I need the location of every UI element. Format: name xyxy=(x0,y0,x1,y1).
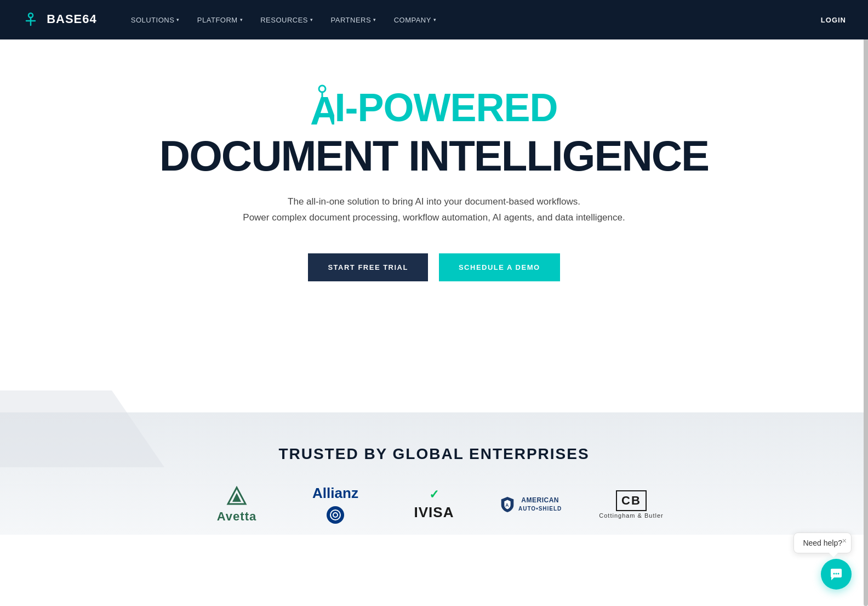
allianz-circle-icon xyxy=(329,509,341,521)
logo-icon xyxy=(22,11,39,29)
hero-buttons: START FREE TRIAL SCHEDULE A DEMO xyxy=(22,253,846,281)
person-icon: A xyxy=(310,83,334,127)
chevron-down-icon: ▾ xyxy=(373,17,376,22)
ai-text: I-POWERED xyxy=(334,86,557,129)
american-main-text: AMERICAN xyxy=(518,496,562,505)
schedule-demo-button[interactable]: SCHEDULE A DEMO xyxy=(439,253,560,281)
logo-american-autoshield: A AMERICAN AUTO•SHIELD xyxy=(500,496,566,513)
nav-item-partners[interactable]: PARTNERS ▾ xyxy=(324,12,383,29)
american-shield-icon: A xyxy=(500,496,515,513)
american-sub-text: AUTO•SHIELD xyxy=(518,505,562,512)
hero-title-ai: A I-POWERED xyxy=(22,83,846,129)
logo[interactable]: BASE64 xyxy=(22,11,97,29)
logo-name: BASE64 xyxy=(47,12,97,26)
nav-item-company[interactable]: COMPANY ▾ xyxy=(387,12,443,29)
chevron-down-icon: ▾ xyxy=(310,17,313,22)
allianz-text: Allianz xyxy=(312,485,358,502)
navigation: BASE64 SOLUTIONS ▾ PLATFORM ▾ RESOURCES … xyxy=(0,0,868,39)
svg-text:A: A xyxy=(310,89,334,127)
login-button[interactable]: LOGIN xyxy=(821,16,846,24)
ivisa-checkmark: ✓ xyxy=(429,488,439,502)
chat-tooltip: Need help? × xyxy=(793,533,852,535)
scrollbar-thumb[interactable] xyxy=(864,0,868,535)
svg-text:A: A xyxy=(505,502,509,507)
chevron-down-icon: ▾ xyxy=(433,17,437,22)
logo-ivisa: ✓ IVISA xyxy=(401,488,467,521)
american-text-group: AMERICAN AUTO•SHIELD xyxy=(518,496,562,512)
allianz-circle xyxy=(327,506,344,524)
trusted-title: TRUSTED BY GLOBAL ENTERPRISES xyxy=(22,445,846,463)
hero-section: A I-POWERED DOCUMENT INTELLIGENCE The al… xyxy=(0,39,868,412)
chat-bubble-container: Need help? × xyxy=(793,533,852,535)
chat-widget: Need help? × xyxy=(793,533,852,535)
nav-item-resources[interactable]: RESOURCES ▾ xyxy=(254,12,319,29)
trusted-section: TRUSTED BY GLOBAL ENTERPRISES Avetta All… xyxy=(0,412,868,535)
svg-point-9 xyxy=(333,513,338,517)
start-trial-button[interactable]: START FREE TRIAL xyxy=(308,253,428,281)
svg-point-8 xyxy=(330,510,340,520)
logo-cottingham-butler: CB Cottingham & Butler xyxy=(598,490,664,519)
nav-item-platform[interactable]: PLATFORM ▾ xyxy=(191,12,249,29)
avetta-text: Avetta xyxy=(217,509,256,524)
logo-avetta: Avetta xyxy=(204,485,270,524)
chevron-down-icon: ▾ xyxy=(176,17,180,22)
hero-subtitle: The all-in-one solution to bring AI into… xyxy=(242,194,626,226)
avetta-icon xyxy=(226,485,248,507)
nav-links: SOLUTIONS ▾ PLATFORM ▾ RESOURCES ▾ PARTN… xyxy=(124,12,821,29)
logo-text: BASE64 xyxy=(22,11,97,29)
ivisa-text: IVISA xyxy=(414,504,454,521)
cb-box: CB xyxy=(616,490,647,511)
nav-item-solutions[interactable]: SOLUTIONS ▾ xyxy=(124,12,186,29)
hero-title-document: DOCUMENT INTELLIGENCE xyxy=(22,134,846,179)
ai-icon-container: A xyxy=(310,83,334,129)
american-logo-top: A AMERICAN AUTO•SHIELD xyxy=(500,496,562,513)
scrollbar-track xyxy=(864,0,868,535)
logo-allianz: Allianz xyxy=(302,485,368,524)
cb-subtitle: Cottingham & Butler xyxy=(599,512,663,519)
chevron-down-icon: ▾ xyxy=(240,17,243,22)
hero-title: A I-POWERED DOCUMENT INTELLIGENCE xyxy=(22,83,846,179)
logos-row: Avetta Allianz ✓ IVISA A xyxy=(22,485,846,524)
